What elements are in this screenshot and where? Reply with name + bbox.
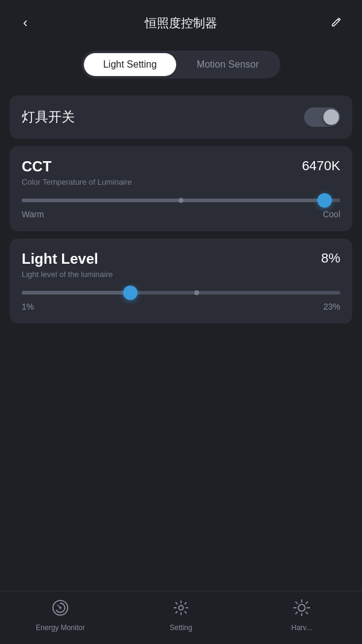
- toggle-thumb: [323, 109, 339, 125]
- setting-label: Setting: [170, 623, 192, 632]
- tab-container: Light Setting Motion Sensor: [81, 51, 281, 78]
- light-level-value: 8%: [321, 250, 340, 266]
- power-toggle[interactable]: [304, 107, 340, 127]
- main-content: 灯具开关 CCT 6470K Color Temperature of Lumi…: [0, 91, 362, 328]
- tab-motion-sensor[interactable]: Motion Sensor: [177, 53, 278, 76]
- cct-slider-tick1: [179, 198, 183, 203]
- light-level-slider-labels: 1% 23%: [22, 302, 340, 311]
- edit-button[interactable]: [326, 12, 348, 34]
- light-level-slider-wrapper: [22, 291, 340, 295]
- svg-point-3: [179, 605, 183, 610]
- cct-card: CCT 6470K Color Temperature of Luminaire…: [10, 146, 352, 231]
- cct-card-header: CCT 6470K: [22, 158, 340, 175]
- nav-item-energy-monitor[interactable]: Energy Monitor: [0, 599, 121, 632]
- svg-line-11: [306, 602, 308, 604]
- light-level-label-max: 23%: [323, 302, 340, 311]
- setting-icon: [172, 599, 190, 620]
- light-level-title: Light Level: [22, 250, 98, 267]
- cct-slider-wrapper: [22, 199, 340, 202]
- back-arrow-icon: ‹: [23, 16, 27, 30]
- cct-slider-track: [22, 199, 340, 202]
- harvest-icon: [293, 599, 311, 620]
- cct-slider-labels: Warm Cool: [22, 209, 340, 219]
- nav-item-harvest[interactable]: Harv...: [241, 599, 362, 632]
- nav-item-setting[interactable]: Setting: [121, 599, 241, 632]
- toggle-row: 灯具开关: [22, 107, 340, 127]
- light-level-slider-track: [22, 291, 340, 295]
- back-button[interactable]: ‹: [14, 12, 36, 34]
- cct-slider-fill: [22, 199, 325, 202]
- svg-line-10: [306, 612, 308, 614]
- tab-bar: Light Setting Motion Sensor: [0, 43, 362, 91]
- cct-value: 6470K: [302, 158, 340, 174]
- switch-label: 灯具开关: [22, 108, 75, 126]
- light-level-slider-tick1: [194, 290, 199, 295]
- cct-label-cool: Cool: [323, 209, 340, 219]
- header: ‹ 恒照度控制器: [0, 0, 362, 43]
- cct-slider-thumb[interactable]: [317, 193, 332, 208]
- light-level-slider-fill: [22, 291, 130, 295]
- page-title: 恒照度控制器: [36, 15, 326, 31]
- svg-line-9: [296, 602, 297, 604]
- svg-line-12: [296, 612, 297, 614]
- light-level-subtitle: Light level of the luminaire: [22, 270, 340, 279]
- energy-monitor-label: Energy Monitor: [36, 623, 84, 632]
- light-level-card: Light Level 8% Light level of the lumina…: [10, 238, 352, 324]
- energy-monitor-icon: [51, 599, 69, 620]
- svg-line-2: [57, 605, 60, 608]
- tab-light-setting[interactable]: Light Setting: [84, 53, 176, 76]
- switch-card: 灯具开关: [10, 95, 352, 139]
- edit-icon: [331, 16, 343, 31]
- bottom-nav: Energy Monitor Setting Ha: [0, 591, 362, 644]
- cct-title: CCT: [22, 158, 51, 175]
- light-level-slider-thumb[interactable]: [123, 285, 138, 300]
- svg-point-4: [298, 604, 305, 611]
- light-level-label-min: 1%: [22, 302, 34, 311]
- harvest-label: Harv...: [291, 623, 312, 632]
- cct-label-warm: Warm: [22, 209, 44, 219]
- cct-subtitle: Color Temperature of Luminaire: [22, 177, 340, 187]
- light-level-card-header: Light Level 8%: [22, 250, 340, 267]
